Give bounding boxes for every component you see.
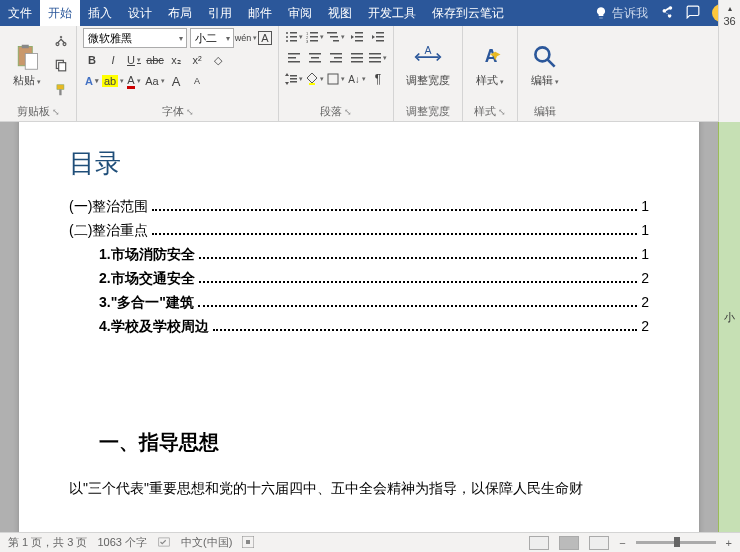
- zoom-in-button[interactable]: +: [726, 537, 732, 549]
- superscript-button[interactable]: x²: [188, 51, 206, 69]
- svg-point-5: [56, 42, 59, 45]
- align-left-button[interactable]: [285, 49, 303, 67]
- bold-button[interactable]: B: [83, 51, 101, 69]
- tab-2[interactable]: 插入: [80, 0, 120, 26]
- change-case-button[interactable]: Aa: [146, 72, 164, 90]
- toc-line-5[interactable]: 4.学校及学校周边2: [69, 315, 649, 339]
- edit-title: 编辑: [531, 73, 559, 88]
- view-read-button[interactable]: [529, 536, 549, 550]
- svg-rect-36: [311, 57, 319, 59]
- multilevel-button[interactable]: [327, 28, 345, 46]
- svg-rect-25: [333, 40, 339, 42]
- toc-line-4[interactable]: 3."多合一"建筑2: [69, 291, 649, 315]
- toc-line-3[interactable]: 2.市场交通安全2: [69, 267, 649, 291]
- toc-page: 2: [641, 270, 649, 286]
- clipboard-launcher-icon[interactable]: ⤡: [52, 107, 60, 117]
- align-center-button[interactable]: [306, 49, 324, 67]
- zoom-out-button[interactable]: −: [619, 537, 625, 549]
- align-justify-button[interactable]: [348, 49, 366, 67]
- ribbon: 粘贴 剪贴板⤡ 微软雅黑 小二 wén A B I U abc x₂: [0, 26, 740, 122]
- toc-dots: [152, 233, 637, 235]
- status-macro-icon[interactable]: [242, 536, 254, 550]
- share-icon[interactable]: [660, 5, 674, 22]
- toc-dots: [199, 257, 638, 259]
- status-page[interactable]: 第 1 页，共 3 页: [8, 535, 87, 550]
- italic-button[interactable]: I: [104, 51, 122, 69]
- char-border-button[interactable]: A: [258, 31, 272, 45]
- toc-dots: [152, 209, 637, 211]
- status-proof-icon[interactable]: [157, 535, 171, 551]
- align-distribute-button[interactable]: [369, 49, 387, 67]
- document-area[interactable]: ▬▬▬▬▬▬▬▬ 目录 (一)整治范围1(二)整治重点11.市场消防安全12.市…: [0, 122, 718, 532]
- clipboard-label: 剪贴板: [17, 104, 50, 119]
- font-color-button[interactable]: A: [125, 72, 143, 90]
- tab-0[interactable]: 文件: [0, 0, 40, 26]
- svg-rect-49: [290, 81, 297, 83]
- svg-point-11: [286, 32, 288, 34]
- svg-rect-30: [376, 36, 384, 38]
- font-combo[interactable]: 微软雅黑: [83, 28, 187, 48]
- right-pane-body[interactable]: [718, 122, 740, 552]
- highlight-button[interactable]: ab: [104, 72, 122, 90]
- pinyin-button[interactable]: wén: [237, 29, 255, 47]
- para-launcher-icon[interactable]: ⤡: [344, 107, 352, 117]
- styles-launcher-icon[interactable]: ⤡: [498, 107, 506, 117]
- status-words[interactable]: 1063 个字: [97, 535, 147, 550]
- tab-3[interactable]: 设计: [120, 0, 160, 26]
- svg-rect-57: [246, 540, 250, 544]
- underline-button[interactable]: U: [125, 51, 143, 69]
- status-bar: 第 1 页，共 3 页 1063 个字 中文(中国) − +: [0, 532, 740, 552]
- tab-1[interactable]: 开始: [40, 0, 80, 26]
- format-painter-icon[interactable]: [52, 81, 70, 99]
- styles-button[interactable]: A 样式: [469, 28, 511, 102]
- toc-line-2[interactable]: 1.市场消防安全1: [69, 243, 649, 267]
- view-print-button[interactable]: [559, 536, 579, 550]
- toc-line-0[interactable]: (一)整治范围1: [69, 195, 649, 219]
- font-launcher-icon[interactable]: ⤡: [186, 107, 194, 117]
- tab-7[interactable]: 审阅: [280, 0, 320, 26]
- edit-button[interactable]: 编辑: [524, 28, 566, 102]
- text-effects-button[interactable]: A: [83, 72, 101, 90]
- comment-icon[interactable]: [686, 5, 700, 22]
- zoom-slider[interactable]: [636, 541, 716, 544]
- bullets-button[interactable]: [285, 28, 303, 46]
- font-label: 字体: [162, 104, 184, 119]
- status-lang[interactable]: 中文(中国): [181, 535, 232, 550]
- size-combo[interactable]: 小二: [190, 28, 234, 48]
- tell-me-lightbulb-icon[interactable]: 告诉我: [594, 5, 648, 22]
- toc-text: 4.学校及学校周边: [99, 318, 209, 336]
- borders-button[interactable]: [327, 70, 345, 88]
- copy-icon[interactable]: [52, 56, 70, 74]
- outdent-button[interactable]: [348, 28, 366, 46]
- tab-8[interactable]: 视图: [320, 0, 360, 26]
- view-web-button[interactable]: [589, 536, 609, 550]
- pane-up-icon[interactable]: ▴: [728, 4, 732, 13]
- paste-button[interactable]: 粘贴: [6, 28, 48, 102]
- subscript-button[interactable]: x₂: [167, 51, 185, 69]
- toc-line-1[interactable]: (二)整治重点1: [69, 219, 649, 243]
- tab-4[interactable]: 布局: [160, 0, 200, 26]
- width-button[interactable]: A 调整宽度: [400, 28, 456, 102]
- align-right-button[interactable]: [327, 49, 345, 67]
- clear-format-button[interactable]: ◇: [209, 51, 227, 69]
- tab-5[interactable]: 引用: [200, 0, 240, 26]
- shading-button[interactable]: [306, 70, 324, 88]
- cut-icon[interactable]: [52, 31, 70, 49]
- numbering-button[interactable]: 123: [306, 28, 324, 46]
- toc-page: 2: [641, 294, 649, 310]
- body-text-1: 以"三个代表"重要思想和党的十六届四中、五中全会精神为指导，以保障人民生命财: [69, 476, 649, 501]
- line-spacing-button[interactable]: [285, 70, 303, 88]
- svg-rect-9: [57, 85, 64, 90]
- font-size: 小二: [195, 31, 217, 46]
- sort-button[interactable]: A↓: [348, 70, 366, 88]
- svg-rect-3: [22, 44, 29, 48]
- shrink-font-button[interactable]: A: [188, 72, 206, 90]
- show-marks-button[interactable]: ¶: [369, 70, 387, 88]
- indent-button[interactable]: [369, 28, 387, 46]
- toc-page: 1: [641, 246, 649, 262]
- strike-button[interactable]: abc: [146, 51, 164, 69]
- tab-10[interactable]: 保存到云笔记: [424, 0, 512, 26]
- tab-6[interactable]: 邮件: [240, 0, 280, 26]
- tab-9[interactable]: 开发工具: [360, 0, 424, 26]
- grow-font-button[interactable]: A: [167, 72, 185, 90]
